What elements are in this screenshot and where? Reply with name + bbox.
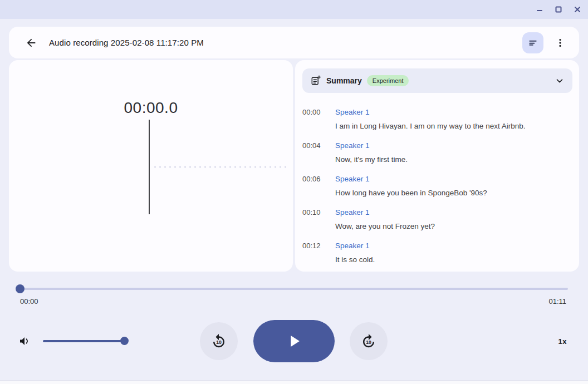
summarize-document-icon <box>310 75 321 86</box>
entry-timestamp: 00:00 <box>302 108 335 131</box>
forward-10-button[interactable]: 10 <box>350 322 388 360</box>
playback-speed-button[interactable]: 1x <box>558 334 567 348</box>
volume-button[interactable] <box>17 333 32 349</box>
transcript-entry: 00:04 Speaker 1 Now, it's my first time. <box>302 141 572 164</box>
transcript-panel: Summary Experiment 00:00 Speaker 1 I am … <box>295 60 579 272</box>
transcript-entry: 00:12 Speaker 1 It is so cold. <box>302 242 572 264</box>
play-button[interactable] <box>253 320 335 362</box>
header: Audio recording 2025-02-08 11:17:20 PM <box>9 27 579 58</box>
close-icon <box>572 4 582 14</box>
transcript-entry: 00:00 Speaker 1 I am in Long Hivayan. I … <box>302 108 572 131</box>
entry-text: Now, it's my first time. <box>335 155 408 164</box>
entry-speaker-label[interactable]: Speaker 1 <box>335 141 408 150</box>
entry-text: I am in Long Hivayan. I am on my way to … <box>335 121 525 131</box>
play-icon <box>285 332 303 351</box>
summary-label: Summary <box>326 76 362 85</box>
transcript-lines-icon <box>527 37 538 48</box>
window-bottom-edge <box>0 381 588 384</box>
duration-time-label: 01:11 <box>548 297 566 306</box>
playback-timer: 00:00.0 <box>9 99 293 117</box>
seek-slider-thumb[interactable] <box>16 284 24 293</box>
replay-10-button[interactable]: 10 <box>200 322 238 360</box>
more-options-button[interactable] <box>549 32 571 54</box>
svg-text:10: 10 <box>366 339 371 345</box>
entry-timestamp: 00:12 <box>302 242 335 264</box>
recorder-app-window: Audio recording 2025-02-08 11:17:20 PM 0… <box>0 0 588 384</box>
window-titlebar <box>0 0 588 19</box>
entry-timestamp: 00:10 <box>302 208 335 231</box>
entry-text: Wow, are you not Frozen yet? <box>335 221 435 231</box>
elapsed-time-label: 00:00 <box>20 297 38 306</box>
minimize-icon <box>535 4 545 14</box>
forward-10-icon: 10 <box>360 333 377 349</box>
svg-text:10: 10 <box>216 339 222 345</box>
entry-speaker-label[interactable]: Speaker 1 <box>335 208 435 217</box>
back-arrow-icon <box>25 37 37 49</box>
maximize-button[interactable] <box>551 2 566 17</box>
page-title: Audio recording 2025-02-08 11:17:20 PM <box>49 38 204 47</box>
minimize-button[interactable] <box>532 2 547 17</box>
volume-slider-track[interactable] <box>43 340 125 342</box>
entry-text: It is so cold. <box>335 255 375 264</box>
entry-speaker-label[interactable]: Speaker 1 <box>335 175 487 184</box>
back-button[interactable] <box>20 32 42 54</box>
transcript-entry: 00:10 Speaker 1 Wow, are you not Frozen … <box>302 208 572 231</box>
chevron-down-icon <box>555 76 565 86</box>
transcript-entry: 00:06 Speaker 1 How long have you been i… <box>302 175 572 198</box>
waveform-baseline <box>153 166 288 168</box>
transcript-entry-list: 00:00 Speaker 1 I am in Long Hivayan. I … <box>302 93 572 263</box>
entry-speaker-label[interactable]: Speaker 1 <box>335 108 525 117</box>
playhead-line <box>149 120 150 214</box>
transcript-toggle-button[interactable] <box>522 32 543 53</box>
maximize-icon <box>553 4 564 14</box>
seek-slider-track[interactable] <box>20 288 568 290</box>
close-button[interactable] <box>570 2 585 17</box>
volume-slider-thumb[interactable] <box>120 337 129 345</box>
kebab-menu-icon <box>555 37 566 48</box>
waveform-panel: 00:00.0 <box>9 60 293 272</box>
summary-section-toggle[interactable]: Summary Experiment <box>302 68 572 93</box>
experiment-badge: Experiment <box>367 75 409 86</box>
entry-timestamp: 00:06 <box>302 175 335 198</box>
entry-speaker-label[interactable]: Speaker 1 <box>335 242 375 250</box>
entry-text: How long have you been in SpongeBob '90s… <box>335 188 487 198</box>
replay-10-icon: 10 <box>210 333 227 349</box>
speaker-volume-icon <box>18 334 31 348</box>
entry-timestamp: 00:04 <box>302 141 335 164</box>
